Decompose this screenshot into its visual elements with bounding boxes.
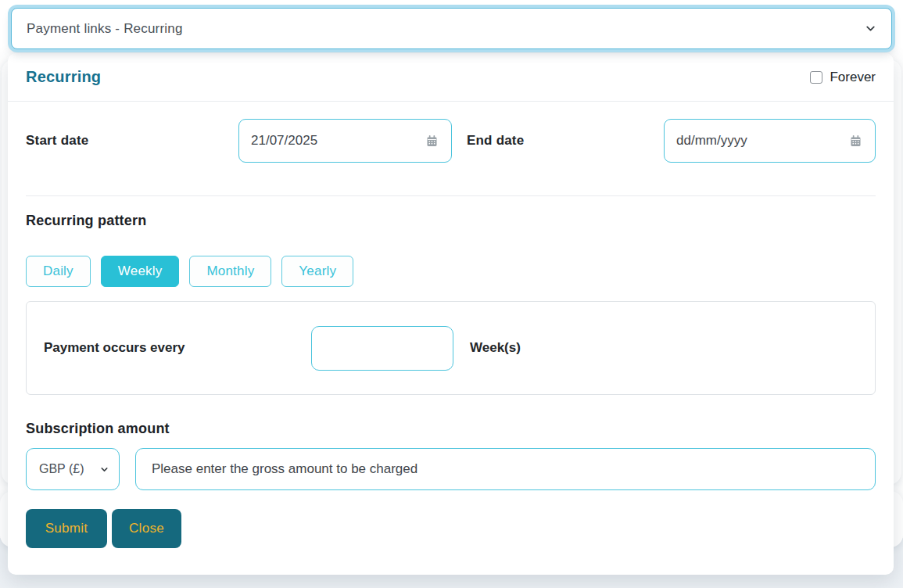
amount-row: GBP (£) xyxy=(26,448,876,490)
pattern-monthly-button[interactable]: Monthly xyxy=(189,256,271,287)
divider xyxy=(26,195,876,196)
date-row: Start date End date xyxy=(26,119,876,163)
currency-select-value: GBP (£) xyxy=(39,462,84,476)
start-date-input[interactable] xyxy=(251,133,419,149)
frequency-input[interactable] xyxy=(311,326,453,371)
frequency-box: Payment occurs every Week(s) xyxy=(26,301,876,395)
pattern-weekly-button[interactable]: Weekly xyxy=(101,256,180,287)
end-date-field[interactable] xyxy=(664,119,876,163)
chevron-down-icon xyxy=(99,464,109,475)
end-date-input[interactable] xyxy=(676,133,843,149)
payment-type-select-value: Payment links - Recurring xyxy=(27,21,183,37)
forever-option[interactable]: Forever xyxy=(810,70,876,85)
pattern-yearly-button[interactable]: Yearly xyxy=(281,256,353,287)
pattern-buttons: Daily Weekly Monthly Yearly xyxy=(26,256,876,287)
chevron-down-icon xyxy=(864,22,877,35)
frequency-label: Payment occurs every xyxy=(44,340,311,356)
submit-button[interactable]: Submit xyxy=(26,509,107,548)
payment-type-select[interactable]: Payment links - Recurring xyxy=(11,8,892,49)
start-date-field[interactable] xyxy=(238,119,452,163)
forever-label: Forever xyxy=(830,70,876,85)
forever-checkbox[interactable] xyxy=(810,71,822,84)
start-date-label: Start date xyxy=(26,133,238,149)
end-date-label: End date xyxy=(452,133,652,149)
panel-header: Recurring Forever xyxy=(8,53,894,102)
subscription-amount-heading: Subscription amount xyxy=(26,421,876,437)
currency-select[interactable]: GBP (£) xyxy=(26,448,120,490)
close-button[interactable]: Close xyxy=(112,509,181,548)
panel-title: Recurring xyxy=(26,68,101,86)
calendar-icon[interactable] xyxy=(849,134,862,148)
amount-input[interactable] xyxy=(135,448,876,490)
recurring-pattern-heading: Recurring pattern xyxy=(26,213,876,229)
action-buttons: Submit Close xyxy=(26,509,876,548)
recurring-panel: Recurring Forever Start date xyxy=(8,53,894,575)
pattern-daily-button[interactable]: Daily xyxy=(26,256,91,287)
calendar-icon[interactable] xyxy=(425,134,439,148)
frequency-unit-label: Week(s) xyxy=(470,340,521,356)
